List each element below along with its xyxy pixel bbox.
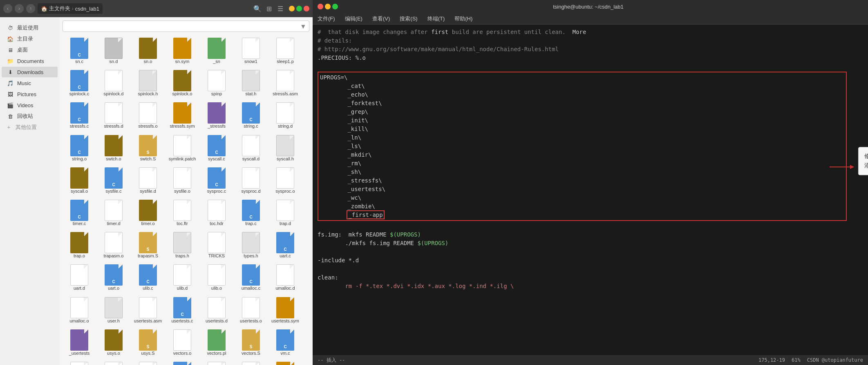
menu-button[interactable]: ☰ bbox=[276, 4, 285, 13]
file-item[interactable]: swtch.o bbox=[97, 133, 130, 164]
file-item[interactable]: Cspinlock.c bbox=[63, 68, 96, 99]
file-item[interactable]: syscall.h bbox=[268, 133, 302, 164]
menu-search[interactable]: 搜索(S) bbox=[398, 14, 419, 23]
menu-help[interactable]: 帮助(H) bbox=[453, 14, 474, 23]
back-button[interactable]: ‹ bbox=[3, 4, 12, 13]
file-item[interactable]: Cvm.c bbox=[268, 327, 302, 358]
file-item[interactable]: wc.o bbox=[234, 359, 268, 365]
file-item[interactable]: Csyscall.c bbox=[200, 133, 233, 164]
breadcrumb-current[interactable]: csdn_lab1 bbox=[75, 6, 99, 12]
file-item[interactable]: Strapasm.S bbox=[131, 230, 165, 261]
sidebar-item-documents[interactable]: 📁 Documents bbox=[2, 56, 58, 66]
file-item[interactable]: types.h bbox=[234, 230, 268, 261]
search-dropdown-icon[interactable]: ▼ bbox=[300, 23, 306, 29]
file-item[interactable]: umalloc.o bbox=[63, 295, 96, 326]
menu-file[interactable]: 文件(F) bbox=[316, 14, 337, 23]
file-item[interactable]: toc.ftr bbox=[166, 197, 199, 229]
sidebar-item-desktop[interactable]: 🖥 桌面 bbox=[2, 45, 58, 55]
up-button[interactable]: ↑ bbox=[26, 4, 35, 13]
file-item[interactable]: stressfs.asm bbox=[268, 68, 302, 99]
file-item[interactable]: Susys.S bbox=[131, 327, 165, 358]
file-item[interactable]: sn.d bbox=[97, 35, 130, 67]
file-item[interactable]: Culib.c bbox=[131, 262, 165, 293]
file-item[interactable]: Csn.c bbox=[63, 35, 96, 67]
search-input[interactable] bbox=[65, 23, 300, 29]
file-item[interactable]: Cuart.o bbox=[97, 262, 130, 293]
file-item[interactable]: Csysfile.c bbox=[97, 165, 130, 196]
file-item[interactable]: vectors.pl bbox=[200, 327, 233, 358]
file-item[interactable]: stat.h bbox=[234, 68, 268, 99]
menu-view[interactable]: 查看(V) bbox=[371, 14, 391, 23]
file-item[interactable]: trap.d bbox=[268, 197, 302, 229]
file-item[interactable]: Ctrap.c bbox=[234, 197, 268, 229]
file-item[interactable]: umalloc.d bbox=[268, 262, 302, 293]
file-item[interactable]: _usertests bbox=[63, 327, 96, 358]
file-item[interactable]: timer.d bbox=[97, 197, 130, 229]
close-button[interactable] bbox=[304, 6, 309, 11]
file-item[interactable]: trap.o bbox=[63, 230, 96, 261]
file-item[interactable]: Cstring.c bbox=[234, 100, 268, 131]
file-item[interactable]: Cusertests.c bbox=[166, 295, 199, 326]
view-toggle-button[interactable]: ⊞ bbox=[264, 4, 273, 13]
sidebar-item-downloads[interactable]: ⬇ Downloads bbox=[2, 67, 58, 77]
file-item[interactable]: Csysproc.c bbox=[200, 165, 233, 196]
file-item[interactable]: _stressfs bbox=[200, 100, 233, 131]
file-item[interactable]: trapasm.o bbox=[97, 230, 130, 261]
sidebar-item-home[interactable]: 🏠 主目录 bbox=[2, 34, 58, 44]
file-item[interactable]: string.d bbox=[268, 100, 302, 131]
file-item[interactable]: sn.o bbox=[131, 35, 165, 67]
file-item[interactable]: usys.o bbox=[97, 327, 130, 358]
search-button[interactable]: 🔍 bbox=[253, 4, 262, 13]
file-item[interactable]: sysfile.d bbox=[131, 165, 165, 196]
file-item[interactable]: Cstring.o bbox=[63, 133, 96, 164]
file-item[interactable]: usertests.asm bbox=[131, 295, 165, 326]
file-item[interactable]: ulib.o bbox=[200, 262, 233, 293]
file-item[interactable]: snow1 bbox=[234, 35, 268, 67]
file-item[interactable]: Sswtch.S bbox=[131, 133, 165, 164]
sidebar-item-pictures[interactable]: 🖼 Pictures bbox=[2, 89, 58, 99]
file-item[interactable]: sysfile.o bbox=[166, 165, 199, 196]
file-item[interactable]: wc.sym bbox=[268, 359, 302, 365]
file-item[interactable]: traps.h bbox=[166, 230, 199, 261]
file-item[interactable]: vm.o bbox=[97, 359, 130, 365]
file-item[interactable]: spinlock.d bbox=[97, 68, 130, 99]
file-item[interactable]: stressfs.d bbox=[97, 100, 130, 131]
file-item[interactable]: vm.d bbox=[63, 359, 96, 365]
file-item[interactable]: syscall.o bbox=[63, 165, 96, 196]
file-item[interactable]: symlink.patch bbox=[166, 133, 199, 164]
file-item[interactable]: uart.d bbox=[63, 262, 96, 293]
file-item[interactable]: stressfs.o bbox=[131, 100, 165, 131]
forward-button[interactable]: › bbox=[15, 4, 24, 13]
file-item[interactable]: Cuart.c bbox=[268, 230, 302, 261]
file-item[interactable]: wc.asm bbox=[131, 359, 165, 365]
file-item[interactable]: _sn bbox=[200, 35, 233, 67]
file-item[interactable]: spinp bbox=[200, 68, 233, 99]
file-item[interactable]: vectors.o bbox=[166, 327, 199, 358]
file-item[interactable]: user.h bbox=[97, 295, 130, 326]
maximize-button[interactable] bbox=[296, 6, 302, 11]
file-item[interactable]: syscall.d bbox=[234, 133, 268, 164]
terminal-max-button[interactable] bbox=[332, 4, 338, 9]
file-item[interactable]: spinlock.h bbox=[131, 68, 165, 99]
file-item[interactable]: sleep1.p bbox=[268, 35, 302, 67]
file-item[interactable]: spinlock.o bbox=[166, 68, 199, 99]
file-item[interactable]: Cstressfs.c bbox=[63, 100, 96, 131]
file-item[interactable]: Cwc.c bbox=[166, 359, 199, 365]
file-item[interactable]: stressfs.sym bbox=[166, 100, 199, 131]
file-item[interactable]: sn.sym bbox=[166, 35, 199, 67]
menu-terminal[interactable]: 终端(T) bbox=[426, 14, 447, 23]
menu-edit[interactable]: 编辑(E) bbox=[343, 14, 364, 23]
file-item[interactable]: Svectors.S bbox=[234, 327, 268, 358]
file-item[interactable]: Cumalloc.c bbox=[234, 262, 268, 293]
file-item[interactable]: wc.d bbox=[200, 359, 233, 365]
sidebar-item-other[interactable]: ＋ 其他位置 bbox=[0, 122, 59, 133]
file-item[interactable]: Ctimer.c bbox=[63, 197, 96, 229]
file-item[interactable]: usertests.o bbox=[234, 295, 268, 326]
sidebar-item-videos[interactable]: 🎬 Videos bbox=[2, 100, 58, 110]
breadcrumb-home[interactable]: 主文件夹 bbox=[49, 5, 70, 12]
terminal-min-button[interactable] bbox=[325, 4, 331, 9]
terminal-content[interactable]: # that disk image changes after first bu… bbox=[313, 25, 868, 355]
file-item[interactable]: sysproc.o bbox=[268, 165, 302, 196]
file-item[interactable]: timer.o bbox=[131, 197, 165, 229]
sidebar-item-trash[interactable]: 🗑 回收站 bbox=[2, 111, 58, 122]
